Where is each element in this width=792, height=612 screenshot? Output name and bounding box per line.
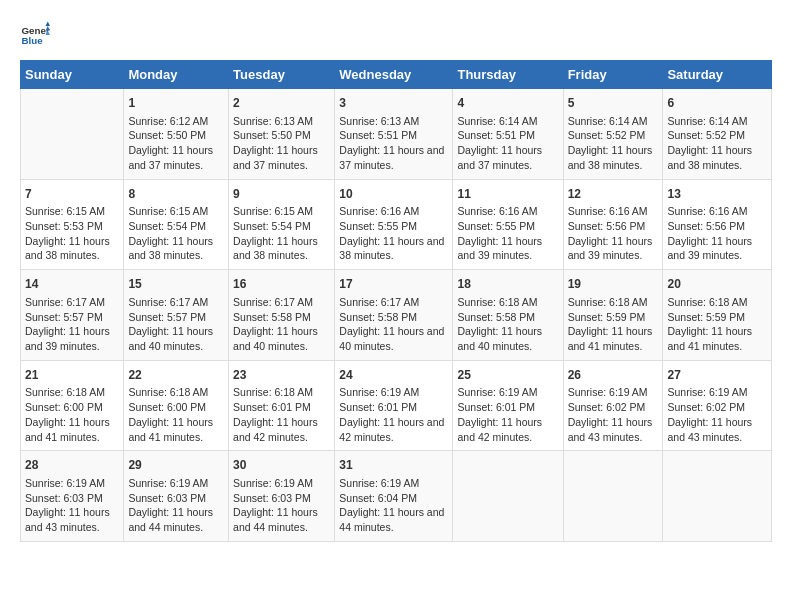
col-header-monday: Monday bbox=[124, 61, 229, 89]
day-number: 14 bbox=[25, 276, 119, 293]
sunrise-text: Sunrise: 6:19 AMSunset: 6:04 PMDaylight:… bbox=[339, 477, 444, 533]
week-row-3: 14Sunrise: 6:17 AMSunset: 5:57 PMDayligh… bbox=[21, 270, 772, 361]
day-number: 7 bbox=[25, 186, 119, 203]
col-header-tuesday: Tuesday bbox=[229, 61, 335, 89]
sunrise-text: Sunrise: 6:18 AMSunset: 6:00 PMDaylight:… bbox=[25, 386, 110, 442]
week-row-4: 21Sunrise: 6:18 AMSunset: 6:00 PMDayligh… bbox=[21, 360, 772, 451]
cell-3-4: 17Sunrise: 6:17 AMSunset: 5:58 PMDayligh… bbox=[335, 270, 453, 361]
sunrise-text: Sunrise: 6:19 AMSunset: 6:03 PMDaylight:… bbox=[25, 477, 110, 533]
cell-5-4: 31Sunrise: 6:19 AMSunset: 6:04 PMDayligh… bbox=[335, 451, 453, 542]
sunrise-text: Sunrise: 6:19 AMSunset: 6:03 PMDaylight:… bbox=[128, 477, 213, 533]
cell-5-3: 30Sunrise: 6:19 AMSunset: 6:03 PMDayligh… bbox=[229, 451, 335, 542]
sunrise-text: Sunrise: 6:13 AMSunset: 5:50 PMDaylight:… bbox=[233, 115, 318, 171]
cell-3-1: 14Sunrise: 6:17 AMSunset: 5:57 PMDayligh… bbox=[21, 270, 124, 361]
day-number: 22 bbox=[128, 367, 224, 384]
day-number: 25 bbox=[457, 367, 558, 384]
sunrise-text: Sunrise: 6:15 AMSunset: 5:53 PMDaylight:… bbox=[25, 205, 110, 261]
day-number: 24 bbox=[339, 367, 448, 384]
day-number: 9 bbox=[233, 186, 330, 203]
week-row-2: 7Sunrise: 6:15 AMSunset: 5:53 PMDaylight… bbox=[21, 179, 772, 270]
sunrise-text: Sunrise: 6:18 AMSunset: 5:59 PMDaylight:… bbox=[568, 296, 653, 352]
week-row-1: 1Sunrise: 6:12 AMSunset: 5:50 PMDaylight… bbox=[21, 89, 772, 180]
day-number: 23 bbox=[233, 367, 330, 384]
cell-1-3: 2Sunrise: 6:13 AMSunset: 5:50 PMDaylight… bbox=[229, 89, 335, 180]
cell-2-2: 8Sunrise: 6:15 AMSunset: 5:54 PMDaylight… bbox=[124, 179, 229, 270]
sunrise-text: Sunrise: 6:18 AMSunset: 5:59 PMDaylight:… bbox=[667, 296, 752, 352]
cell-4-5: 25Sunrise: 6:19 AMSunset: 6:01 PMDayligh… bbox=[453, 360, 563, 451]
day-number: 5 bbox=[568, 95, 659, 112]
calendar-table: SundayMondayTuesdayWednesdayThursdayFrid… bbox=[20, 60, 772, 542]
svg-text:Blue: Blue bbox=[22, 35, 44, 46]
sunrise-text: Sunrise: 6:12 AMSunset: 5:50 PMDaylight:… bbox=[128, 115, 213, 171]
cell-5-1: 28Sunrise: 6:19 AMSunset: 6:03 PMDayligh… bbox=[21, 451, 124, 542]
sunrise-text: Sunrise: 6:13 AMSunset: 5:51 PMDaylight:… bbox=[339, 115, 444, 171]
cell-4-1: 21Sunrise: 6:18 AMSunset: 6:00 PMDayligh… bbox=[21, 360, 124, 451]
sunrise-text: Sunrise: 6:16 AMSunset: 5:56 PMDaylight:… bbox=[667, 205, 752, 261]
sunrise-text: Sunrise: 6:17 AMSunset: 5:58 PMDaylight:… bbox=[339, 296, 444, 352]
cell-3-6: 19Sunrise: 6:18 AMSunset: 5:59 PMDayligh… bbox=[563, 270, 663, 361]
day-number: 10 bbox=[339, 186, 448, 203]
day-number: 3 bbox=[339, 95, 448, 112]
col-header-wednesday: Wednesday bbox=[335, 61, 453, 89]
day-number: 20 bbox=[667, 276, 767, 293]
day-number: 1 bbox=[128, 95, 224, 112]
day-number: 31 bbox=[339, 457, 448, 474]
sunrise-text: Sunrise: 6:15 AMSunset: 5:54 PMDaylight:… bbox=[128, 205, 213, 261]
sunrise-text: Sunrise: 6:17 AMSunset: 5:57 PMDaylight:… bbox=[128, 296, 213, 352]
col-header-thursday: Thursday bbox=[453, 61, 563, 89]
day-number: 29 bbox=[128, 457, 224, 474]
day-number: 19 bbox=[568, 276, 659, 293]
cell-1-4: 3Sunrise: 6:13 AMSunset: 5:51 PMDaylight… bbox=[335, 89, 453, 180]
cell-3-7: 20Sunrise: 6:18 AMSunset: 5:59 PMDayligh… bbox=[663, 270, 772, 361]
sunrise-text: Sunrise: 6:14 AMSunset: 5:52 PMDaylight:… bbox=[568, 115, 653, 171]
sunrise-text: Sunrise: 6:19 AMSunset: 6:03 PMDaylight:… bbox=[233, 477, 318, 533]
cell-4-7: 27Sunrise: 6:19 AMSunset: 6:02 PMDayligh… bbox=[663, 360, 772, 451]
day-number: 21 bbox=[25, 367, 119, 384]
day-number: 18 bbox=[457, 276, 558, 293]
sunrise-text: Sunrise: 6:14 AMSunset: 5:51 PMDaylight:… bbox=[457, 115, 542, 171]
sunrise-text: Sunrise: 6:19 AMSunset: 6:02 PMDaylight:… bbox=[568, 386, 653, 442]
cell-4-4: 24Sunrise: 6:19 AMSunset: 6:01 PMDayligh… bbox=[335, 360, 453, 451]
day-number: 17 bbox=[339, 276, 448, 293]
sunrise-text: Sunrise: 6:16 AMSunset: 5:55 PMDaylight:… bbox=[457, 205, 542, 261]
sunrise-text: Sunrise: 6:18 AMSunset: 5:58 PMDaylight:… bbox=[457, 296, 542, 352]
cell-4-6: 26Sunrise: 6:19 AMSunset: 6:02 PMDayligh… bbox=[563, 360, 663, 451]
day-number: 6 bbox=[667, 95, 767, 112]
sunrise-text: Sunrise: 6:16 AMSunset: 5:55 PMDaylight:… bbox=[339, 205, 444, 261]
day-number: 12 bbox=[568, 186, 659, 203]
cell-5-5 bbox=[453, 451, 563, 542]
sunrise-text: Sunrise: 6:14 AMSunset: 5:52 PMDaylight:… bbox=[667, 115, 752, 171]
day-number: 11 bbox=[457, 186, 558, 203]
day-number: 8 bbox=[128, 186, 224, 203]
sunrise-text: Sunrise: 6:17 AMSunset: 5:58 PMDaylight:… bbox=[233, 296, 318, 352]
cell-1-1 bbox=[21, 89, 124, 180]
sunrise-text: Sunrise: 6:16 AMSunset: 5:56 PMDaylight:… bbox=[568, 205, 653, 261]
cell-2-4: 10Sunrise: 6:16 AMSunset: 5:55 PMDayligh… bbox=[335, 179, 453, 270]
cell-3-5: 18Sunrise: 6:18 AMSunset: 5:58 PMDayligh… bbox=[453, 270, 563, 361]
cell-5-6 bbox=[563, 451, 663, 542]
page-header: General Blue bbox=[20, 20, 772, 50]
day-number: 2 bbox=[233, 95, 330, 112]
sunrise-text: Sunrise: 6:17 AMSunset: 5:57 PMDaylight:… bbox=[25, 296, 110, 352]
sunrise-text: Sunrise: 6:19 AMSunset: 6:02 PMDaylight:… bbox=[667, 386, 752, 442]
cell-5-2: 29Sunrise: 6:19 AMSunset: 6:03 PMDayligh… bbox=[124, 451, 229, 542]
column-headers: SundayMondayTuesdayWednesdayThursdayFrid… bbox=[21, 61, 772, 89]
sunrise-text: Sunrise: 6:15 AMSunset: 5:54 PMDaylight:… bbox=[233, 205, 318, 261]
sunrise-text: Sunrise: 6:18 AMSunset: 6:00 PMDaylight:… bbox=[128, 386, 213, 442]
day-number: 4 bbox=[457, 95, 558, 112]
logo: General Blue bbox=[20, 20, 50, 50]
cell-3-2: 15Sunrise: 6:17 AMSunset: 5:57 PMDayligh… bbox=[124, 270, 229, 361]
svg-marker-2 bbox=[46, 22, 51, 27]
cell-2-1: 7Sunrise: 6:15 AMSunset: 5:53 PMDaylight… bbox=[21, 179, 124, 270]
col-header-saturday: Saturday bbox=[663, 61, 772, 89]
day-number: 30 bbox=[233, 457, 330, 474]
day-number: 28 bbox=[25, 457, 119, 474]
sunrise-text: Sunrise: 6:19 AMSunset: 6:01 PMDaylight:… bbox=[339, 386, 444, 442]
sunrise-text: Sunrise: 6:18 AMSunset: 6:01 PMDaylight:… bbox=[233, 386, 318, 442]
day-number: 16 bbox=[233, 276, 330, 293]
day-number: 13 bbox=[667, 186, 767, 203]
cell-5-7 bbox=[663, 451, 772, 542]
cell-1-6: 5Sunrise: 6:14 AMSunset: 5:52 PMDaylight… bbox=[563, 89, 663, 180]
cell-1-5: 4Sunrise: 6:14 AMSunset: 5:51 PMDaylight… bbox=[453, 89, 563, 180]
day-number: 27 bbox=[667, 367, 767, 384]
